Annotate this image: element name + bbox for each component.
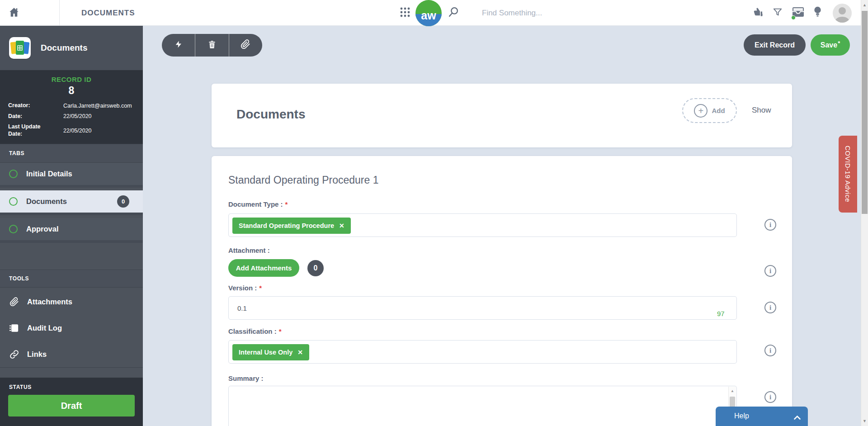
home-button[interactable] xyxy=(8,0,20,26)
last-update-label: Last Update Date: xyxy=(8,123,53,137)
date-value: 22/05/2020 xyxy=(63,113,136,119)
record-panel: RECORD ID 8 Creator: Carla.Jarrett@airsw… xyxy=(0,70,143,144)
chevron-up-icon xyxy=(793,414,801,422)
sidebar-tab-documents[interactable]: Documents 0 xyxy=(0,190,143,215)
home-icon xyxy=(8,6,20,20)
sidebar-tool-audit-log[interactable]: Audit Log xyxy=(0,315,143,341)
inbox-button[interactable] xyxy=(792,0,804,26)
classification-tag[interactable]: Internal Use Only ✕ xyxy=(232,344,309,360)
apps-grid-button[interactable] xyxy=(400,0,410,26)
status-section-header: STATUS xyxy=(0,378,143,390)
summary-textarea[interactable]: ▲ xyxy=(228,386,737,426)
info-icon[interactable]: i xyxy=(764,345,776,356)
documents-count-badge: 0 xyxy=(117,195,129,208)
feedback-button[interactable] xyxy=(752,0,763,26)
delete-record-button[interactable] xyxy=(195,34,228,57)
filter-icon xyxy=(773,7,783,19)
show-button[interactable]: Show xyxy=(752,106,771,115)
info-icon[interactable]: i xyxy=(764,391,776,403)
scrollbar-thumb[interactable] xyxy=(862,11,868,214)
app-logo[interactable]: aw xyxy=(415,0,442,26)
apps-grid-icon xyxy=(400,7,410,19)
sidebar: Documents RECORD ID 8 Creator: Carla.Jar… xyxy=(0,26,143,426)
scroll-down-icon[interactable]: ▼ xyxy=(861,419,868,423)
inbox-notification-dot xyxy=(791,15,796,20)
sidebar-tab-approval[interactable]: Approval xyxy=(0,218,143,243)
trash-icon xyxy=(208,40,217,51)
scroll-up-icon[interactable]: ▲ xyxy=(861,3,868,7)
topbar: DOCUMENTS aw xyxy=(0,0,861,26)
search-icon xyxy=(448,6,459,19)
document-form-card: Standard Operating Procedure 1 Document … xyxy=(212,156,792,426)
required-asterisk: * xyxy=(259,284,262,292)
ideas-button[interactable] xyxy=(814,0,821,26)
required-asterisk: * xyxy=(285,200,288,208)
remove-tag-icon[interactable]: ✕ xyxy=(297,349,303,356)
add-attachments-button[interactable]: Add Attachments xyxy=(228,259,299,277)
version-input[interactable] xyxy=(228,296,737,320)
sidebar-app-title: Documents xyxy=(41,43,87,53)
record-id-label: RECORD ID xyxy=(0,70,143,83)
add-document-button[interactable]: + Add xyxy=(682,98,737,123)
sidebar-tool-attachments[interactable]: Attachments xyxy=(0,289,143,315)
attachment-count-badge: 0 xyxy=(307,260,324,276)
remove-tag-icon[interactable]: ✕ xyxy=(339,222,344,229)
last-update-value: 22/05/2020 xyxy=(63,128,136,134)
creator-label: Creator: xyxy=(8,102,53,109)
documents-app-icon xyxy=(9,37,31,59)
documents-section-card: Documents + Add Show xyxy=(212,84,792,147)
sidebar-tab-initial-details[interactable]: Initial Details xyxy=(0,163,143,188)
record-id-value: 8 xyxy=(0,85,143,97)
filter-button[interactable] xyxy=(773,0,783,26)
page-scrollbar[interactable]: ▲ ▼ xyxy=(861,0,868,426)
tab-status-circle-icon xyxy=(9,170,18,178)
main-content: Exit Record Save* Documents + Add Show S… xyxy=(143,26,861,426)
paperclip-icon xyxy=(241,39,250,51)
info-icon[interactable]: i xyxy=(764,302,776,313)
tab-status-circle-icon xyxy=(9,197,18,206)
search-button[interactable] xyxy=(448,0,459,26)
scroll-up-icon[interactable]: ▲ xyxy=(729,389,736,393)
document-type-tag[interactable]: Standard Operating Procedure ✕ xyxy=(232,218,351,234)
document-type-field[interactable]: Standard Operating Procedure ✕ xyxy=(228,213,737,237)
plus-circle-icon: + xyxy=(694,104,708,118)
exit-record-button[interactable]: Exit Record xyxy=(744,34,806,56)
covid-advice-ribbon[interactable]: COVID-19 Advice xyxy=(839,136,857,213)
thumbs-up-icon xyxy=(752,7,763,19)
classification-label: Classification :* xyxy=(228,327,282,335)
lightbulb-icon xyxy=(814,6,821,19)
tabs-section-header: TABS xyxy=(0,144,143,163)
info-icon[interactable]: i xyxy=(764,219,776,231)
sidebar-tool-links[interactable]: Links xyxy=(0,341,143,367)
attach-file-button[interactable] xyxy=(229,34,262,57)
save-button[interactable]: Save* xyxy=(811,34,850,56)
tools-section-header: TOOLS xyxy=(0,270,143,288)
audit-log-icon xyxy=(9,323,19,333)
date-label: Date: xyxy=(8,113,53,120)
page-title: DOCUMENTS xyxy=(81,0,135,26)
help-label: Help xyxy=(734,412,749,420)
info-icon[interactable]: i xyxy=(764,265,776,277)
link-icon xyxy=(9,350,19,359)
status-badge: Draft xyxy=(8,395,135,417)
help-bar[interactable]: Help xyxy=(716,407,808,426)
record-quick-actions xyxy=(162,34,262,57)
tab-status-circle-icon xyxy=(9,225,18,233)
document-form-heading: Standard Operating Procedure 1 xyxy=(228,174,378,186)
creator-value: Carla.Jarrett@airsweb.com xyxy=(63,103,136,109)
summary-label: Summary : xyxy=(228,374,264,382)
sidebar-header: Documents xyxy=(0,26,143,70)
search-input[interactable] xyxy=(482,6,636,20)
avatar[interactable] xyxy=(833,4,852,23)
lightning-icon xyxy=(175,40,183,51)
topbar-divider xyxy=(59,0,60,26)
documents-section-title: Documents xyxy=(236,107,305,122)
version-label: Version :* xyxy=(228,284,262,292)
quick-action-button[interactable] xyxy=(162,34,195,57)
document-type-label: Document Type :* xyxy=(228,200,288,208)
status-panel: STATUS Draft xyxy=(0,378,143,426)
version-char-counter: 97 xyxy=(717,310,725,317)
attachment-label: Attachment : xyxy=(228,246,270,254)
paperclip-icon xyxy=(9,297,19,307)
classification-field[interactable]: Internal Use Only ✕ xyxy=(228,340,737,364)
